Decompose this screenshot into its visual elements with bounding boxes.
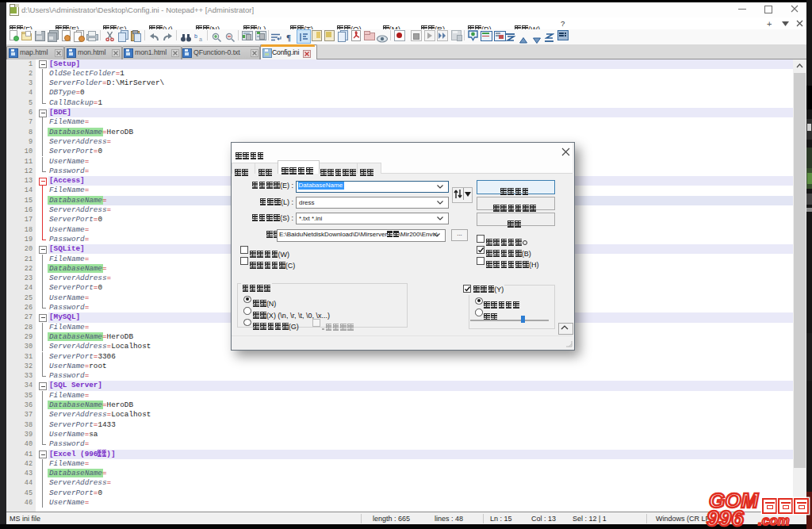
svg-text:¶: ¶: [286, 33, 291, 42]
svg-text:a: a: [199, 36, 202, 42]
svg-text:b: b: [194, 33, 197, 39]
